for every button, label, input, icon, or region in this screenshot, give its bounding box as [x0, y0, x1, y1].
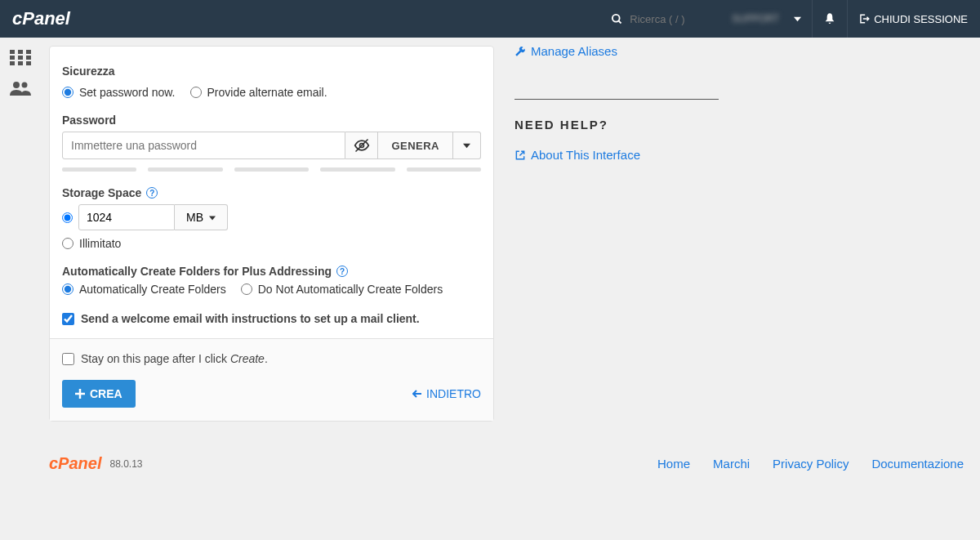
- svg-rect-4: [26, 50, 31, 54]
- generate-options-button[interactable]: [453, 132, 481, 159]
- footer-marchi-link[interactable]: Marchi: [713, 457, 750, 471]
- generate-button[interactable]: GENERA: [378, 132, 453, 159]
- radio-set-password[interactable]: Set password now.: [62, 86, 176, 99]
- security-heading: Sicurezza: [62, 65, 481, 78]
- caret-down-icon: [463, 142, 470, 150]
- logout-label: CHIUDI SESSIONE: [874, 13, 968, 25]
- back-link[interactable]: INDIETRO: [412, 387, 481, 400]
- eye-off-icon: [354, 137, 370, 154]
- version-label: 88.0.13: [109, 458, 142, 470]
- users-icon[interactable]: [9, 81, 32, 97]
- cpanel-logo: cPanel: [12, 8, 70, 29]
- welcome-checkbox[interactable]: [62, 313, 74, 325]
- bell-icon[interactable]: [823, 12, 836, 25]
- radio-plus-no-label: Do Not Automatically Create Folders: [258, 283, 443, 296]
- grid-icon[interactable]: [10, 50, 31, 66]
- svg-rect-6: [18, 56, 23, 60]
- storage-unit-button[interactable]: MB: [175, 204, 228, 230]
- about-link[interactable]: About This Interface: [514, 148, 972, 162]
- right-column: Manage Aliases NEED HELP? About This Int…: [514, 38, 972, 422]
- welcome-label: Send a welcome email with instructions t…: [81, 312, 420, 325]
- radio-plus-yes[interactable]: Automatically Create Folders: [62, 283, 226, 296]
- svg-rect-7: [26, 56, 31, 60]
- radio-storage-custom[interactable]: [62, 212, 73, 223]
- svg-point-12: [22, 83, 28, 88]
- page-footer: cPanel 88.0.13 Home Marchi Privacy Polic…: [49, 454, 964, 489]
- radio-set-password-label: Set password now.: [79, 86, 176, 99]
- footer-docs-link[interactable]: Documentazione: [871, 457, 964, 471]
- user-label: SUPPORT: [732, 13, 779, 25]
- need-help-heading: NEED HELP?: [514, 118, 972, 132]
- plus-icon: [75, 389, 85, 399]
- user-caret-icon[interactable]: [794, 16, 801, 23]
- caret-down-icon: [209, 215, 216, 221]
- password-input[interactable]: [62, 132, 345, 159]
- radio-alt-email-label: Provide alternate email.: [207, 86, 327, 99]
- storage-label: Storage Space ?: [62, 186, 481, 199]
- external-link-icon: [514, 150, 526, 161]
- form-card: Sicurezza Set password now. Provide alte…: [49, 46, 494, 422]
- logout-button[interactable]: CHIUDI SESSIONE: [858, 13, 968, 25]
- stay-checkbox[interactable]: [62, 353, 74, 365]
- svg-rect-9: [18, 61, 23, 65]
- footer-home-link[interactable]: Home: [657, 457, 690, 471]
- help-icon[interactable]: ?: [336, 266, 348, 277]
- stay-label: Stay on this page after I click Create.: [81, 352, 268, 365]
- header: cPanel SUPPORT CHIUDI SESSIONE: [0, 0, 980, 38]
- svg-rect-3: [18, 50, 23, 54]
- svg-rect-10: [26, 61, 31, 65]
- sidebar: [0, 38, 41, 97]
- manage-aliases-link[interactable]: Manage Aliases: [514, 44, 972, 58]
- radio-unlimited[interactable]: Illimitato: [62, 237, 481, 250]
- plus-label: Automatically Create Folders for Plus Ad…: [62, 265, 481, 278]
- toggle-visibility-button[interactable]: [345, 132, 378, 159]
- logout-icon: [858, 13, 870, 25]
- storage-input[interactable]: [78, 204, 175, 230]
- svg-rect-8: [10, 61, 15, 65]
- svg-rect-5: [10, 56, 15, 60]
- password-label: Password: [62, 114, 481, 127]
- wrench-icon: [514, 46, 526, 57]
- footer-privacy-link[interactable]: Privacy Policy: [773, 457, 849, 471]
- password-strength: [62, 167, 481, 172]
- radio-unlimited-label: Illimitato: [79, 237, 121, 250]
- arrow-left-icon: [412, 389, 422, 399]
- help-icon[interactable]: ?: [146, 187, 158, 199]
- radio-plus-no[interactable]: Do Not Automatically Create Folders: [241, 283, 443, 296]
- create-button[interactable]: CREA: [62, 380, 136, 408]
- search-input[interactable]: [630, 13, 711, 25]
- cpanel-footer-logo: cPanel: [49, 454, 101, 473]
- svg-point-11: [13, 82, 20, 88]
- svg-point-0: [612, 14, 620, 21]
- svg-line-1: [619, 20, 621, 23]
- search-icon: [611, 13, 623, 25]
- svg-rect-2: [10, 50, 15, 54]
- radio-alt-email[interactable]: Provide alternate email.: [190, 86, 327, 99]
- radio-plus-yes-label: Automatically Create Folders: [79, 283, 226, 296]
- search-box[interactable]: [611, 13, 711, 25]
